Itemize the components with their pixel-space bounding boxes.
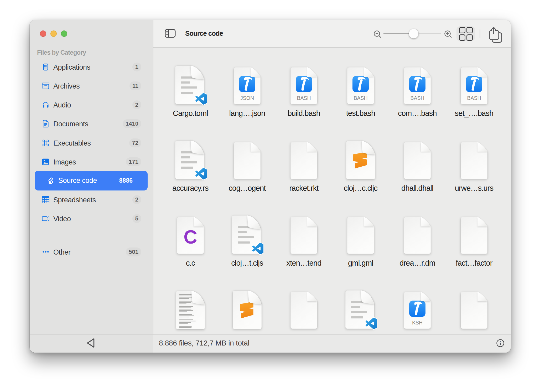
svg-text:BASH: BASH: [354, 95, 367, 101]
svg-text:BASH: BASH: [297, 95, 311, 101]
svg-text:KSH: KSH: [412, 320, 423, 326]
svg-text:BASH: BASH: [467, 95, 481, 101]
svg-text:BASH: BASH: [410, 95, 424, 101]
svg-text:C: C: [184, 226, 197, 247]
svg-text:JSON: JSON: [240, 95, 254, 101]
svg-text:i: i: [500, 341, 501, 346]
